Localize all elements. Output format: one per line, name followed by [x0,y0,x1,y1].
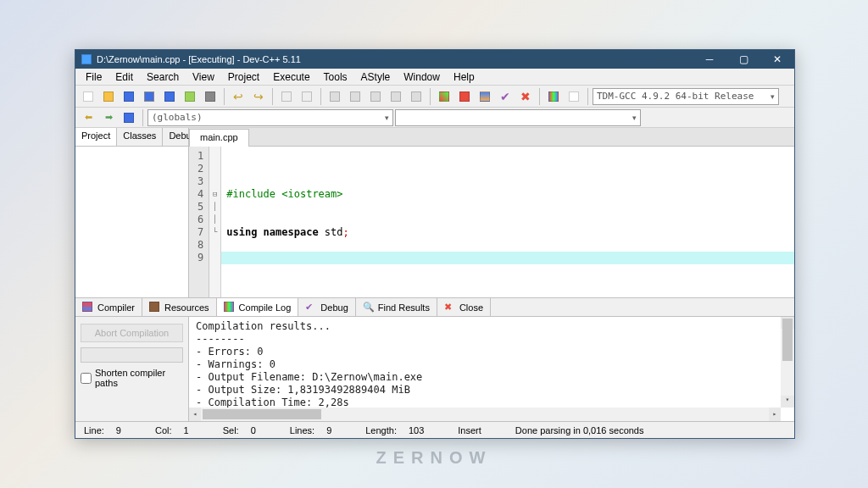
maximize-button[interactable]: ▢ [726,50,760,69]
grid2-icon[interactable] [476,87,494,106]
chevron-down-icon: ▾ [632,114,637,122]
cancel-icon[interactable]: ✖ [516,87,535,106]
menu-file[interactable]: File [79,69,108,85]
rebuild-icon[interactable] [387,87,405,106]
menu-tools[interactable]: Tools [317,69,354,85]
forward-icon[interactable]: ➡ [99,108,118,127]
file-tab-main[interactable]: main.cpp [189,129,249,147]
menu-help[interactable]: Help [447,69,481,85]
new-file-icon[interactable] [79,87,97,106]
scroll-down-icon[interactable]: ▾ [781,396,794,408]
resources-icon [149,302,161,313]
compile-progress [81,347,183,363]
compile-log[interactable]: Compilation results... -------- - Errors… [189,317,794,421]
tab-classes[interactable]: Classes [117,128,163,146]
window-title: D:\Zernow\main.cpp - [Executing] - Dev-C… [97,54,693,64]
menu-edit[interactable]: Edit [108,69,140,85]
globals-select[interactable]: (globals) ▾ [147,109,393,126]
globals-select-value: (globals) [152,112,203,123]
status-line-value: 9 [113,425,125,435]
btab-find-results[interactable]: 🔍Find Results [356,298,437,316]
separator-icon [142,109,143,126]
output-tabs: Compiler Resources Compile Log ✔Debug 🔍F… [75,298,794,317]
status-col-label: Col: [152,425,175,435]
project-tree[interactable] [75,147,188,297]
open-file-icon[interactable] [99,87,118,106]
close-icon: ✖ [444,302,456,313]
abort-compile-button[interactable]: Abort Compilation [81,324,183,342]
compile-run-icon[interactable] [366,87,385,106]
status-lines-value: 9 [323,425,335,435]
check-icon[interactable]: ✔ [496,87,515,106]
fold-column[interactable]: ⊟││└ [209,147,221,297]
close-file-icon[interactable] [181,87,199,106]
status-line-label: Line: [81,425,108,435]
run-icon[interactable] [346,87,364,106]
btab-compile-log[interactable]: Compile Log [217,298,299,316]
fold-toggle-icon[interactable]: ⊟ [209,188,220,201]
grid-icon[interactable] [435,87,453,106]
chart-icon[interactable] [544,87,563,106]
menu-project[interactable]: Project [221,69,266,85]
editor-area: main.cpp 123456789 ⊟││└ #include <iostre… [189,128,794,297]
back-icon[interactable]: ⬅ [79,108,97,127]
scroll-right-icon[interactable]: ▸ [769,408,781,421]
menu-execute[interactable]: Execute [266,69,316,85]
vertical-scrollbar[interactable]: ▴ ▾ [781,317,794,408]
titlebar[interactable]: D:\Zernow\main.cpp - [Executing] - Dev-C… [75,50,794,69]
chart-icon [224,302,236,313]
scroll-left-icon[interactable]: ◂ [189,408,201,421]
menu-astyle[interactable]: AStyle [354,69,398,85]
close-button[interactable]: ✕ [760,50,794,69]
menu-view[interactable]: View [186,69,221,85]
menubar: File Edit Search View Project Execute To… [75,69,794,86]
status-length-label: Length: [362,425,400,435]
code-editor[interactable]: 123456789 ⊟││└ #include <iostream> using… [189,147,794,297]
shorten-paths-input[interactable] [81,373,92,384]
save-all-icon[interactable] [140,87,159,106]
menu-window[interactable]: Window [397,69,447,85]
check-icon: ✔ [305,302,317,313]
replace-icon[interactable] [298,87,316,106]
window-controls: ─ ▢ ✕ [693,50,794,69]
compiler-select[interactable]: TDM-GCC 4.9.2 64-bit Release ▾ [593,88,779,105]
code-body[interactable]: #include <iostream> using namespace std;… [221,147,794,297]
compile-log-text: Compilation results... -------- - Errors… [189,317,794,413]
separator-icon [224,88,225,105]
compile-icon[interactable] [326,87,344,106]
chevron-down-icon: ▾ [385,114,389,122]
btab-debug[interactable]: ✔Debug [298,298,355,316]
palette-icon[interactable] [565,87,583,106]
undo-icon[interactable]: ↩ [229,87,248,106]
tab-project[interactable]: Project [75,128,117,146]
bookmark-icon[interactable] [120,108,138,127]
search-icon[interactable] [277,87,296,106]
statusbar: Line: 9 Col: 1 Sel: 0 Lines: 9 Length: 1… [75,421,794,438]
status-insert: Insert [454,425,485,435]
print-icon[interactable] [201,87,220,106]
status-sel-label: Sel: [220,425,242,435]
stop-icon[interactable] [455,87,474,106]
line-gutter: 123456789 [189,147,209,297]
menu-search[interactable]: Search [140,69,186,85]
compile-controls: Abort Compilation Shorten compiler paths [75,317,189,421]
debug-icon[interactable] [407,87,426,106]
side-tabs: Project Classes Debug [75,128,188,147]
btab-resources[interactable]: Resources [142,298,217,316]
btab-close[interactable]: ✖Close [437,298,491,316]
shorten-paths-checkbox[interactable]: Shorten compiler paths [81,368,183,388]
save-as-icon[interactable] [160,87,179,106]
separator-icon [539,88,540,105]
separator-icon [272,88,273,105]
separator-icon [430,88,431,105]
scrollbar-thumb[interactable] [782,319,793,361]
status-length-value: 103 [405,425,427,435]
minimize-button[interactable]: ─ [693,50,726,69]
status-sel-value: 0 [248,425,259,435]
horizontal-scrollbar[interactable]: ◂ ▸ [189,408,781,421]
functions-select[interactable]: ▾ [395,109,641,126]
save-icon[interactable] [120,87,138,106]
scrollbar-thumb[interactable] [203,409,321,419]
btab-compiler[interactable]: Compiler [75,298,142,316]
redo-icon[interactable]: ↪ [249,87,268,106]
